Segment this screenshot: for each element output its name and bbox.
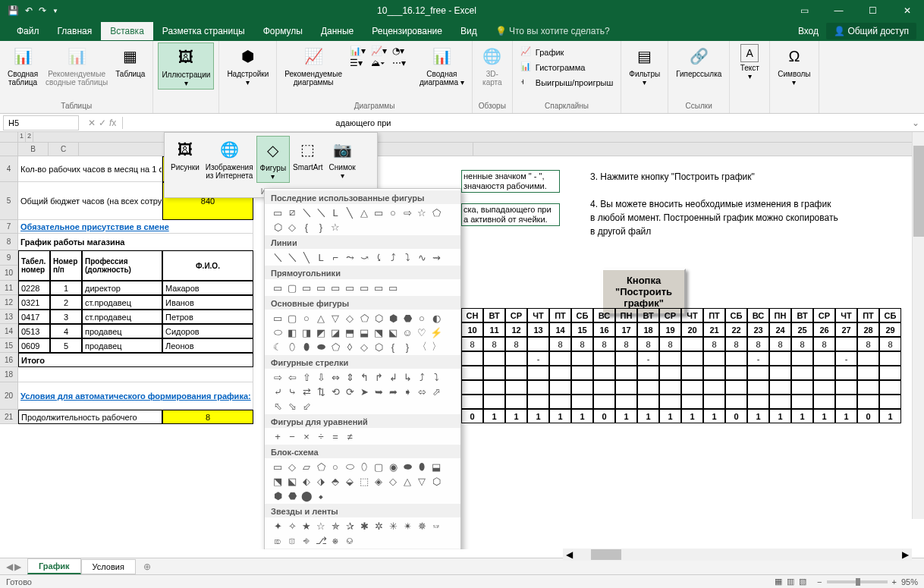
cell[interactable]: [791, 380, 813, 395]
shape-item[interactable]: ◉: [386, 460, 400, 473]
shape-item[interactable]: ⬠: [429, 206, 443, 219]
cell[interactable]: [725, 380, 747, 395]
shape-item[interactable]: ⬓: [357, 325, 371, 339]
share-button[interactable]: 👤 Общий доступ: [826, 23, 916, 39]
line-chart-icon[interactable]: 📈▾: [371, 46, 391, 56]
shape-item[interactable]: }: [401, 340, 414, 354]
sheet-tab-grafik[interactable]: График: [27, 558, 81, 574]
shape-item[interactable]: ▭: [343, 281, 357, 294]
cell[interactable]: [681, 380, 703, 395]
sparkline-winloss-button[interactable]: ⫞Выигрыш/проигрыш: [517, 76, 617, 90]
shape-item[interactable]: ⤴: [386, 250, 400, 264]
row-header[interactable]: 11: [0, 281, 18, 295]
sheet-nav-first-icon[interactable]: ◀: [6, 561, 13, 572]
pivot-table-button[interactable]: 📊Сводная таблица: [5, 42, 41, 88]
screenshot-button[interactable]: 📷Снимок▾: [326, 136, 359, 183]
cell[interactable]: [483, 351, 505, 366]
hbar-chart-icon[interactable]: ☰▾: [350, 58, 369, 68]
shape-item[interactable]: ＼: [271, 250, 284, 264]
cell[interactable]: 8: [615, 337, 637, 351]
shape-item[interactable]: ▽: [415, 474, 429, 488]
shape-item[interactable]: ⬔: [372, 325, 385, 339]
shape-item[interactable]: ▱: [300, 460, 313, 473]
cell[interactable]: 8: [813, 337, 835, 351]
vertical-scrollbar[interactable]: [912, 132, 924, 519]
cell[interactable]: ВТ: [637, 308, 659, 322]
shape-item[interactable]: ✲: [372, 519, 385, 533]
cell[interactable]: 0609: [18, 338, 50, 353]
cell[interactable]: Иванов: [162, 295, 253, 310]
cell[interactable]: [747, 395, 769, 409]
cell[interactable]: 18: [637, 322, 659, 337]
cell[interactable]: 10: [461, 322, 483, 337]
cell[interactable]: Кол-во рабочих часов в месяц на 1 сотруд…: [18, 156, 162, 182]
shape-item[interactable]: ⬯: [357, 460, 371, 473]
addins-button[interactable]: ⬢Надстройки▾: [224, 42, 272, 88]
shape-item[interactable]: ☆: [328, 220, 342, 234]
cell[interactable]: 0: [725, 409, 747, 423]
shape-item[interactable]: ⇨: [401, 206, 414, 219]
cell[interactable]: [505, 395, 527, 409]
cell[interactable]: 8: [857, 337, 879, 351]
shape-item[interactable]: ⬣: [285, 489, 299, 502]
shape-item[interactable]: =: [328, 429, 342, 443]
cell[interactable]: [769, 366, 791, 380]
cell[interactable]: 8: [162, 410, 253, 424]
cell[interactable]: [549, 395, 571, 409]
select-all-corner[interactable]: [0, 143, 18, 156]
shape-item[interactable]: ＼: [300, 206, 313, 219]
zoom-slider[interactable]: [827, 580, 888, 583]
shape-item[interactable]: ↰: [357, 370, 371, 384]
shape-item[interactable]: ✯: [328, 519, 342, 533]
cell[interactable]: СБ: [571, 308, 593, 322]
cell[interactable]: Условия для автоматического формирования…: [18, 382, 253, 410]
shape-item[interactable]: ⎈: [328, 533, 342, 547]
shape-item[interactable]: ✦: [271, 519, 284, 533]
cell[interactable]: 11: [483, 322, 505, 337]
cancel-formula-icon[interactable]: ✕: [88, 118, 96, 128]
row-header[interactable]: 14: [0, 324, 18, 338]
shape-item[interactable]: ○: [386, 206, 400, 219]
shape-item[interactable]: ⬃: [300, 399, 313, 413]
shape-item[interactable]: ✰: [343, 519, 357, 533]
shape-item[interactable]: ＼: [285, 250, 299, 264]
cell[interactable]: [879, 351, 901, 366]
cell[interactable]: 8: [879, 337, 901, 351]
pie-chart-icon[interactable]: ◔▾: [392, 46, 412, 56]
formula-bar[interactable]: адающего при: [122, 117, 907, 129]
zoom-level[interactable]: 95%: [901, 577, 918, 586]
cell[interactable]: [483, 380, 505, 395]
shape-item[interactable]: ⬬: [401, 460, 414, 473]
row-header[interactable]: 4: [0, 156, 18, 182]
shape-item[interactable]: −: [285, 429, 299, 443]
shape-item[interactable]: ⎆: [300, 533, 313, 547]
cell[interactable]: 8: [703, 337, 725, 351]
shape-item[interactable]: ⬠: [328, 340, 342, 354]
cell[interactable]: [725, 351, 747, 366]
filters-button[interactable]: ▤Фильтры▾: [626, 42, 663, 88]
shape-item[interactable]: ♡: [415, 325, 429, 339]
shape-item[interactable]: ⇨: [271, 370, 284, 384]
shape-item[interactable]: ⬁: [271, 399, 284, 413]
cell[interactable]: [791, 366, 813, 380]
cell[interactable]: 17: [615, 322, 637, 337]
shape-item[interactable]: ▭: [271, 311, 284, 325]
shape-item[interactable]: ⤶: [271, 385, 284, 398]
shape-item[interactable]: ☺: [401, 325, 414, 339]
hyperlink-button[interactable]: 🔗Гиперссылка: [673, 42, 724, 80]
shape-item[interactable]: ☆: [314, 519, 328, 533]
shape-item[interactable]: △: [314, 311, 328, 325]
shape-item[interactable]: ↲: [386, 370, 400, 384]
shape-item[interactable]: ▭: [372, 281, 385, 294]
sheet-tab-usloviya[interactable]: Условия: [81, 559, 136, 574]
cell[interactable]: [857, 380, 879, 395]
3d-map-button[interactable]: 🌐3D- карта: [477, 42, 508, 88]
zoom-in-icon[interactable]: +: [892, 577, 897, 586]
shape-item[interactable]: ⬓: [429, 460, 443, 473]
cell[interactable]: 14: [549, 322, 571, 337]
cell[interactable]: [681, 351, 703, 366]
shape-item[interactable]: ⬠: [357, 311, 371, 325]
shape-item[interactable]: ⤳: [343, 250, 357, 264]
view-normal-icon[interactable]: ▦: [775, 577, 782, 586]
cell[interactable]: [571, 351, 593, 366]
